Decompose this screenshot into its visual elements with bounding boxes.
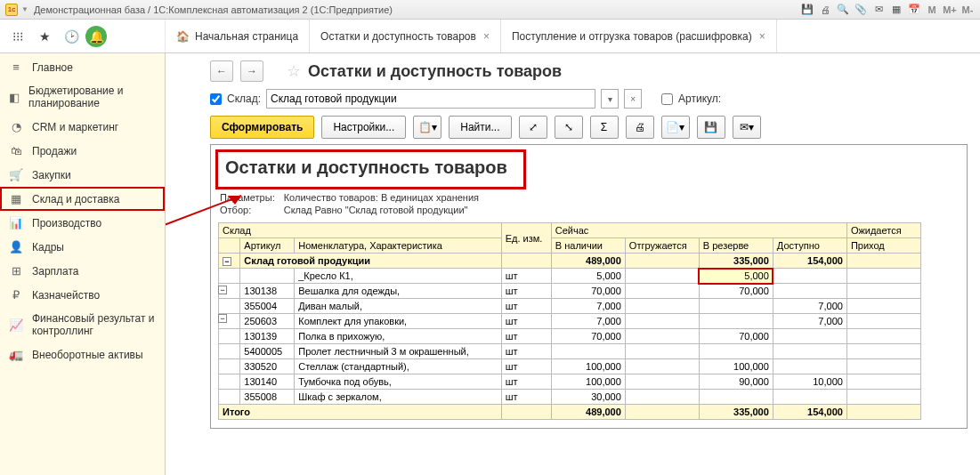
sidebar-item[interactable]: 🛍Продажи	[0, 139, 165, 163]
tab-home[interactable]: 🏠 Начальная страница	[166, 20, 310, 52]
m-button[interactable]: M	[925, 3, 939, 17]
sidebar-item[interactable]: ◧Бюджетирование и планирование	[0, 79, 165, 115]
table-row[interactable]: 250603Комплект для упаковки,шт7,0007,000	[219, 314, 921, 329]
sidebar-item[interactable]: 👤Кадры	[0, 235, 165, 259]
m-minus-button[interactable]: M-	[960, 3, 975, 17]
titlebar: 1c ▼ Демонстрационная база / 1С:Комплекс…	[0, 0, 980, 20]
mail-icon[interactable]: ✉	[871, 3, 886, 17]
apps-grid-icon[interactable]: ⁝⁝⁝	[5, 24, 30, 49]
table-group-row[interactable]: −Склад готовой продукции489,000335,00015…	[219, 254, 921, 269]
nav-label: Финансовый результат и контроллинг	[32, 312, 156, 337]
clear-icon[interactable]: ×	[624, 89, 642, 109]
col-ed[interactable]: Ед. изм.	[501, 223, 551, 254]
notifications-icon[interactable]: 🔔	[85, 26, 107, 47]
save-icon[interactable]: 💾	[697, 116, 725, 139]
collapse-icon[interactable]: ⤡	[555, 116, 583, 139]
sidebar-item[interactable]: ▦Склад и доставка	[0, 187, 165, 211]
nav-label: Внеоборотные активы	[32, 349, 143, 361]
nav-icon: ▦	[9, 192, 23, 205]
nav-label: Главное	[32, 61, 73, 74]
sidebar-item[interactable]: 🛒Закупки	[0, 163, 165, 187]
tab-stock-label: Остатки и доступность товаров	[320, 30, 476, 43]
report-params: Параметры:Количество товаров: В единицах…	[218, 190, 488, 217]
col-sklad[interactable]: Склад	[219, 223, 502, 238]
copy-icon[interactable]: 📋▾	[413, 116, 441, 139]
forward-button[interactable]: →	[240, 60, 263, 82]
sidebar-item[interactable]: 📊Производство	[0, 211, 165, 235]
sidebar-item[interactable]: ₽Казначейство	[0, 283, 165, 307]
col-rezerv[interactable]: В резерве	[699, 238, 773, 254]
col-nomen[interactable]: Номенклатура, Характеристика	[295, 238, 501, 254]
col-ozhid[interactable]: Ожидается	[846, 223, 920, 238]
find-button[interactable]: Найти...	[449, 116, 511, 139]
nav-label: Зарплата	[32, 265, 79, 278]
tab-home-label: Начальная страница	[195, 30, 298, 43]
nav-label: Казначейство	[32, 289, 100, 302]
search-icon[interactable]: 🔍	[836, 3, 850, 17]
table-row[interactable]: 130139Полка в прихожую,шт70,00070,000	[219, 329, 921, 344]
table-row[interactable]: 330520Стеллаж (стандартный),шт100,000100…	[219, 359, 921, 374]
save-icon[interactable]: 💾	[800, 3, 814, 17]
nav-icon: 📊	[9, 216, 23, 229]
sidebar-item[interactable]: 🚛Внеоборотные активы	[0, 342, 165, 366]
tab-shipment[interactable]: Поступление и отгрузка товаров (расшифро…	[501, 20, 777, 52]
nav-label: Бюджетирование и планирование	[28, 85, 156, 109]
expand-icon[interactable]: ⤢	[519, 116, 547, 139]
table-row[interactable]: 355008Шкаф с зеркалом,шт30,000	[219, 390, 921, 405]
sklad-input[interactable]	[266, 89, 595, 109]
close-icon[interactable]: ×	[759, 30, 765, 43]
params-label: Параметры:	[220, 192, 282, 203]
col-nalich[interactable]: В наличии	[551, 238, 625, 254]
col-artikul[interactable]: Артикул	[240, 238, 295, 254]
nav-label: Продажи	[32, 145, 77, 157]
artikul-checkbox[interactable]	[661, 93, 673, 105]
home-icon: 🏠	[176, 30, 190, 43]
print-icon[interactable]: 🖨	[626, 116, 654, 139]
filter-value: Склад Равно "Склад готовой продукции"	[284, 205, 486, 215]
settings-button[interactable]: Настройки...	[321, 116, 406, 139]
table-row[interactable]: 130140Тумбочка под обувь,шт100,00090,000…	[219, 374, 921, 390]
report-table: Склад Ед. изм. Сейчас Ожидается Артикул …	[218, 222, 921, 420]
tab-stock[interactable]: Остатки и доступность товаров ×	[310, 20, 501, 52]
dropdown-icon[interactable]: ▾	[601, 89, 619, 109]
sidebar-item[interactable]: ◔CRM и маркетинг	[0, 115, 165, 139]
grid-icon[interactable]: ▦	[889, 3, 903, 17]
nav-icon: ⊞	[9, 264, 23, 278]
nav-icon: 🚛	[9, 348, 23, 361]
star-icon[interactable]: ☆	[287, 61, 301, 81]
col-prihod[interactable]: Приход	[846, 238, 920, 254]
main-toolbar: ⁝⁝⁝ ★ 🕑 🔔 🏠 Начальная страница Остатки и…	[0, 20, 980, 53]
generate-button[interactable]: Сформировать	[210, 116, 314, 139]
sum-icon[interactable]: Σ	[590, 116, 619, 139]
close-icon[interactable]: ×	[483, 30, 490, 43]
sidebar-nav: ≡Главное◧Бюджетирование и планирование◔C…	[0, 53, 166, 475]
col-otgr[interactable]: Отгружается	[625, 238, 699, 254]
email-icon[interactable]: ✉▾	[733, 116, 761, 139]
collapse-toggle[interactable]: −	[218, 314, 227, 323]
nav-label: Закупки	[32, 169, 71, 181]
col-dostup[interactable]: Доступно	[773, 238, 846, 254]
sidebar-item[interactable]: 📈Финансовый результат и контроллинг	[0, 307, 165, 342]
favorite-icon[interactable]: ★	[32, 24, 57, 49]
table-row[interactable]: 130138Вешалка для одежды,шт70,00070,000	[219, 284, 921, 299]
table-row[interactable]: 355004Диван малый,шт7,0007,000	[219, 299, 921, 314]
dropdown-icon[interactable]: ▼	[21, 5, 28, 13]
nav-icon: ≡	[9, 60, 23, 74]
sidebar-item[interactable]: ⊞Зарплата	[0, 259, 165, 283]
collapse-toggle[interactable]: −	[218, 286, 227, 294]
calendar-icon[interactable]: 📅	[907, 3, 921, 17]
nav-icon: 📈	[9, 318, 23, 332]
sidebar-item[interactable]: ≡Главное	[0, 55, 165, 79]
history-icon[interactable]: 🕑	[59, 24, 84, 49]
export-icon[interactable]: 📄▾	[661, 116, 690, 139]
col-now[interactable]: Сейчас	[551, 223, 846, 238]
table-total-row: Итого489,000335,000154,000	[219, 405, 921, 420]
nav-label: CRM и маркетинг	[32, 121, 118, 133]
back-button[interactable]: ←	[210, 60, 233, 82]
print-icon[interactable]: 🖨	[818, 3, 832, 17]
m-plus-button[interactable]: M+	[943, 3, 957, 17]
sklad-checkbox[interactable]	[210, 93, 222, 105]
table-row[interactable]: _Кресло К1,шт5,0005,000	[219, 269, 921, 284]
table-row[interactable]: 5400005Пролет лестничный 3 м окрашенный,…	[219, 344, 921, 359]
attach-icon[interactable]: 📎	[854, 3, 868, 17]
